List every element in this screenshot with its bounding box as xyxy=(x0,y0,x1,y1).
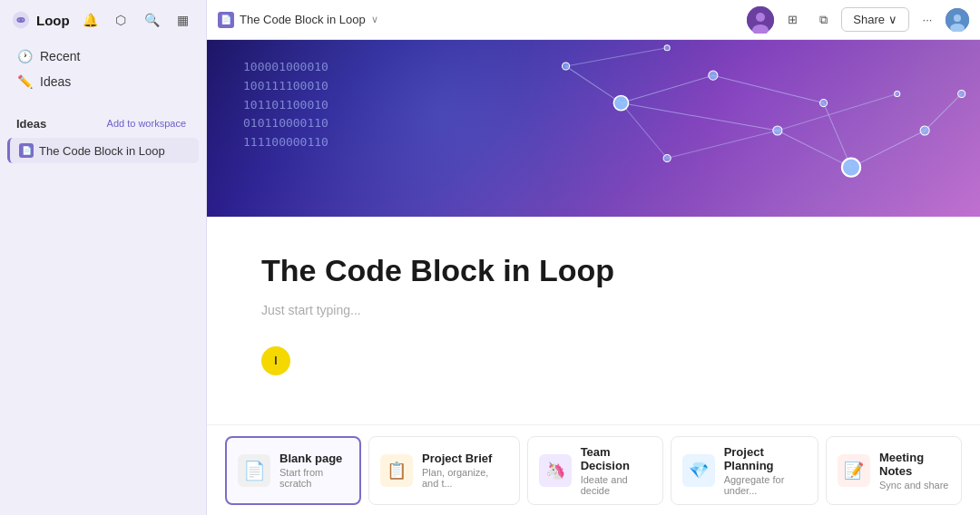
template-card-decision[interactable]: 🦄 Team Decision Ideate and decide xyxy=(527,436,663,505)
brief-template-desc: Plan, organize, and t... xyxy=(422,467,508,489)
blank-template-icon: 📄 xyxy=(238,454,270,487)
planning-template-name: Project Planning xyxy=(724,445,807,472)
more-options-button[interactable]: ··· xyxy=(915,7,940,33)
sidebar-nav: 🕐 Recent ✏️ Ideas xyxy=(0,40,206,98)
sidebar-section-header: Ideas Add to workspace xyxy=(7,112,199,134)
starred-button[interactable]: ⬡ xyxy=(108,7,133,33)
svg-point-21 xyxy=(709,71,718,80)
page-item-icon: 📄 xyxy=(19,143,34,158)
breadcrumb-icon: 📄 xyxy=(218,12,234,28)
sidebar: Loop 🔔 ⬡ 🔍 ▦ 🕐 Recent ✏️ Ideas Ideas Add… xyxy=(0,0,207,515)
app-logo[interactable]: Loop xyxy=(11,10,70,30)
loop-logo-icon xyxy=(11,10,31,30)
breadcrumb: 📄 The Code Block in Loop ∨ xyxy=(218,12,740,28)
svg-point-3 xyxy=(756,13,765,22)
svg-point-27 xyxy=(958,90,965,97)
blank-template-info: Blank page Start from scratch xyxy=(279,452,348,489)
topbar-actions: ⊞ ⧉ Share ∨ ··· xyxy=(747,6,969,34)
main-content: 📄 The Code Block in Loop ∨ ⊞ ⧉ Share ∨ xyxy=(207,0,980,515)
planning-template-info: Project Planning Aggregate for under... xyxy=(724,445,807,496)
svg-point-29 xyxy=(895,91,900,96)
svg-point-28 xyxy=(664,45,670,51)
blank-template-name: Blank page xyxy=(279,452,348,465)
page-title: The Code Block in Loop xyxy=(261,253,926,288)
topbar: 📄 The Code Block in Loop ∨ ⊞ ⧉ Share ∨ xyxy=(207,0,980,40)
svg-line-14 xyxy=(851,131,925,168)
page-content: The Code Block in Loop Just start typing… xyxy=(207,217,980,424)
svg-point-1 xyxy=(19,18,23,22)
svg-line-11 xyxy=(713,75,824,102)
svg-point-20 xyxy=(613,95,628,110)
recent-icon: 🕐 xyxy=(16,49,33,63)
brief-template-icon: 📋 xyxy=(380,454,413,487)
svg-line-10 xyxy=(566,66,622,103)
template-card-planning[interactable]: 💎 Project Planning Aggregate for under..… xyxy=(671,436,818,505)
search-button[interactable]: 🔍 xyxy=(139,7,164,33)
sidebar-header: Loop 🔔 ⬡ 🔍 ▦ xyxy=(0,0,206,40)
svg-line-12 xyxy=(778,131,851,168)
share-chevron-icon: ∨ xyxy=(888,13,897,26)
svg-line-18 xyxy=(621,103,667,159)
meeting-template-desc: Sync and share xyxy=(879,480,950,491)
sidebar-page-item-code-block[interactable]: 📄 The Code Block in Loop xyxy=(7,138,199,163)
template-card-brief[interactable]: 📋 Project Brief Plan, organize, and t... xyxy=(368,436,520,505)
templates-row: 📄 Blank page Start from scratch 📋 Projec… xyxy=(207,424,980,515)
breadcrumb-chevron-icon[interactable]: ∨ xyxy=(371,14,378,25)
svg-line-15 xyxy=(925,93,962,131)
sidebar-item-ideas-label: Ideas xyxy=(40,74,71,89)
svg-line-17 xyxy=(778,93,897,131)
decision-template-desc: Ideate and decide xyxy=(581,474,652,496)
planning-template-desc: Aggregate for under... xyxy=(724,474,807,496)
apps-button[interactable]: ⊞ xyxy=(779,7,805,33)
brief-template-name: Project Brief xyxy=(422,452,508,465)
svg-point-6 xyxy=(954,15,961,22)
svg-point-30 xyxy=(663,154,671,161)
decision-template-info: Team Decision Ideate and decide xyxy=(581,445,652,496)
svg-line-16 xyxy=(566,48,668,66)
sidebar-item-recent[interactable]: 🕐 Recent xyxy=(7,44,199,69)
sidebar-top-icons: 🔔 ⬡ 🔍 ▦ xyxy=(77,7,195,33)
avatar-image xyxy=(747,6,774,34)
share-button[interactable]: Share ∨ xyxy=(841,7,909,32)
sidebar-item-recent-label: Recent xyxy=(40,49,80,63)
meeting-template-name: Meeting Notes xyxy=(879,451,950,478)
hero-network-svg xyxy=(207,40,980,217)
svg-point-26 xyxy=(920,126,929,135)
template-card-blank[interactable]: 📄 Blank page Start from scratch xyxy=(225,436,361,505)
page-placeholder[interactable]: Just start typing... xyxy=(261,303,926,317)
text-cursor: I xyxy=(261,346,290,375)
user-avatar[interactable] xyxy=(747,6,774,34)
notifications-button[interactable]: 🔔 xyxy=(77,7,103,33)
template-card-meeting[interactable]: 📝 Meeting Notes Sync and share xyxy=(826,436,962,505)
brief-template-info: Project Brief Plan, organize, and t... xyxy=(422,452,508,489)
app-name: Loop xyxy=(36,13,70,28)
svg-point-24 xyxy=(820,100,828,107)
svg-point-23 xyxy=(563,63,570,70)
add-to-workspace-button[interactable]: Add to workspace xyxy=(103,116,190,131)
hero-banner: 100001000010 100111100010 101101100010 0… xyxy=(207,40,980,217)
sidebar-item-ideas[interactable]: ✏️ Ideas xyxy=(7,69,199,94)
sidebar-section-title: Ideas xyxy=(16,117,46,131)
meeting-template-icon: 📝 xyxy=(838,454,870,487)
planning-template-icon: 💎 xyxy=(682,454,715,487)
copy-button[interactable]: ⧉ xyxy=(810,7,836,33)
svg-line-19 xyxy=(667,131,778,158)
svg-line-9 xyxy=(621,103,777,131)
profile-avatar[interactable] xyxy=(946,8,969,32)
share-label: Share xyxy=(853,13,885,26)
svg-line-8 xyxy=(621,75,712,102)
sidebar-page-label: The Code Block in Loop xyxy=(39,144,165,158)
decision-template-icon: 🦄 xyxy=(539,454,572,487)
sidebar-section-ideas: Ideas Add to workspace 📄 The Code Block … xyxy=(0,112,206,163)
profile-avatar-image xyxy=(946,8,969,32)
breadcrumb-text: The Code Block in Loop xyxy=(240,13,366,26)
svg-point-25 xyxy=(842,158,860,176)
svg-point-22 xyxy=(773,126,782,135)
ideas-icon: ✏️ xyxy=(16,74,33,89)
layout-button[interactable]: ▦ xyxy=(170,7,195,33)
blank-template-desc: Start from scratch xyxy=(279,467,348,489)
decision-template-name: Team Decision xyxy=(581,445,652,472)
meeting-template-info: Meeting Notes Sync and share xyxy=(879,451,950,491)
